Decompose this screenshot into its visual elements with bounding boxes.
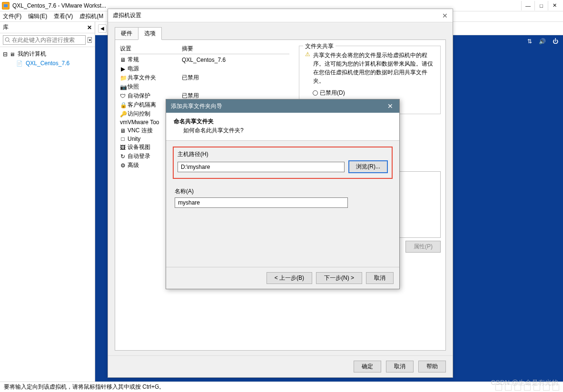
row-name: VMware Too (128, 119, 159, 126)
tree-vm-item[interactable]: QXL_Centos_7.6 (16, 59, 92, 68)
library-header: 库 ✕ (0, 22, 95, 33)
row-icon: ▶ (120, 66, 126, 72)
row-icon: 🔒 (120, 102, 126, 108)
row-summary: QXL_Centos_7.6 (182, 57, 226, 63)
row-icon: ↻ (120, 153, 126, 160)
row-icon: 📁 (120, 75, 126, 81)
wizard-close-icon[interactable]: ✕ (386, 102, 395, 110)
row-name: 常规 (128, 56, 139, 64)
library-close-icon[interactable]: ✕ (87, 24, 92, 31)
menu-vm[interactable]: 虚拟机(M (79, 12, 103, 20)
search-dropdown-icon[interactable]: ▾ (88, 37, 92, 43)
row-name: Unity (128, 136, 140, 142)
settings-list-item[interactable]: 🖥常规QXL_Centos_7.6 (120, 55, 289, 64)
row-icon: 🛡 (120, 93, 126, 99)
menu-edit[interactable]: 编辑(E) (28, 12, 47, 20)
share-warning: ⚠ 共享文件夹会将您的文件显示给虚拟机中的程序。这可能为您的计算机和数据带来风险… (305, 51, 435, 85)
row-icon: 🖼 (120, 144, 126, 151)
settings-footer: 确定 取消 帮助 (108, 355, 453, 377)
library-title: 库 (3, 23, 9, 31)
vm-icon (16, 60, 24, 67)
row-name: 客户机隔离 (128, 101, 156, 109)
host-path-label: 主机路径(H) (178, 150, 388, 158)
tab-hardware[interactable]: 硬件 (115, 27, 138, 40)
statusbar: 要将输入定向到该虚拟机，请将鼠标指针移入其中或按 Ctrl+G。 (0, 382, 563, 392)
cancel-button[interactable]: 取消 (386, 361, 414, 372)
wizard-cancel-button[interactable]: 取消 (366, 272, 394, 284)
row-summary: 已禁用 (182, 74, 199, 82)
warning-icon: ⚠ (305, 51, 310, 85)
menu-file[interactable]: 文件(F) (3, 12, 21, 20)
radio-disabled[interactable]: 已禁用(D) (313, 89, 435, 97)
row-name: 自动保护 (128, 92, 150, 100)
wizard-header: 命名共享文件夹 如何命名此共享文件夹? (166, 113, 399, 141)
col-setting: 设置 (120, 45, 182, 53)
window-title: QXL_Centos_7.6 - VMware Workst... (12, 2, 106, 9)
wizard-titlebar: 添加共享文件夹向导 ✕ (166, 99, 399, 113)
col-summary: 摘要 (182, 45, 193, 53)
wizard-title: 添加共享文件夹向导 (171, 102, 222, 110)
power-icon[interactable]: ⏻ (553, 38, 558, 45)
properties-button[interactable]: 属性(P) (405, 241, 441, 253)
tree-root[interactable]: ⊟ 我的计算机 (3, 49, 92, 59)
row-name: VNC 连接 (128, 127, 153, 135)
name-group: 名称(A) (173, 185, 393, 213)
ok-button[interactable]: 确定 (354, 361, 381, 372)
computer-icon (10, 51, 16, 58)
settings-list-item[interactable]: 📁共享文件夹已禁用 (120, 73, 289, 82)
row-name: 共享文件夹 (128, 74, 156, 82)
library-tree: ⊟ 我的计算机 QXL_Centos_7.6 (0, 47, 95, 69)
settings-list-header: 设置 摘要 (120, 45, 289, 54)
close-button[interactable]: ✕ (548, 1, 561, 10)
row-icon: ⚙ (120, 162, 126, 169)
statusbar-text: 要将输入定向到该虚拟机，请将鼠标指针移入其中或按 Ctrl+G。 (4, 383, 165, 391)
minimize-button[interactable]: — (521, 1, 534, 10)
row-icon: 📷 (120, 84, 126, 90)
settings-dialog-title: 虚拟机设置 (113, 11, 141, 20)
row-icon: 🖥 (120, 57, 126, 63)
nav-back-icon[interactable]: ◀ (98, 24, 107, 33)
row-name: 访问控制 (128, 110, 150, 118)
tree-root-label: 我的计算机 (18, 50, 46, 58)
library-search-row: ▾ (0, 33, 95, 47)
window-controls: — □ ✕ (521, 1, 561, 10)
tab-options[interactable]: 选项 (138, 27, 162, 40)
network-icon[interactable]: ⇅ (527, 38, 532, 45)
browse-button[interactable]: 浏览(R)... (348, 160, 388, 173)
row-name: 快照 (128, 83, 139, 91)
row-name: 设备视图 (128, 143, 150, 151)
settings-list-item[interactable]: ▶电源 (120, 64, 289, 73)
help-button[interactable]: 帮助 (418, 361, 446, 372)
menu-view[interactable]: 查看(V) (54, 12, 73, 20)
settings-list-item[interactable]: 📷快照 (120, 82, 289, 91)
row-name: 高级 (128, 161, 139, 169)
settings-close-icon[interactable]: ✕ (442, 12, 448, 20)
wizard-heading: 命名共享文件夹 (174, 118, 392, 126)
row-icon: □ (120, 136, 126, 142)
next-button[interactable]: 下一步(N) > (316, 272, 362, 284)
sound-icon[interactable]: 🔊 (539, 38, 546, 45)
add-share-wizard: 添加共享文件夹向导 ✕ 命名共享文件夹 如何命名此共享文件夹? 主机路径(H) … (166, 99, 400, 289)
name-input[interactable] (175, 197, 348, 208)
row-icon: vm (120, 119, 126, 126)
maximize-button[interactable]: □ (534, 1, 548, 10)
row-name: 自动登录 (128, 152, 150, 160)
share-warning-text: 共享文件夹会将您的文件显示给虚拟机中的程序。这可能为您的计算机和数据带来风险。请… (313, 51, 435, 85)
back-button[interactable]: < 上一步(B) (267, 272, 312, 284)
radio-disabled-label: 已禁用(D) (320, 89, 345, 97)
settings-dialog-titlebar: 虚拟机设置 ✕ (108, 9, 453, 22)
collapse-icon[interactable]: ⊟ (3, 51, 8, 58)
library-search-input[interactable] (3, 35, 86, 45)
host-path-group: 主机路径(H) 浏览(R)... (173, 147, 393, 179)
settings-tabs: 硬件 选项 (115, 27, 446, 40)
wizard-footer: < 上一步(B) 下一步(N) > 取消 (166, 267, 399, 289)
app-icon (2, 2, 10, 10)
row-name: 电源 (128, 65, 139, 73)
wizard-subheading: 如何命名此共享文件夹? (183, 127, 392, 135)
row-icon: 🔑 (120, 111, 126, 118)
host-path-input[interactable] (178, 162, 345, 172)
watermark: CSDN @生命是有光的 (491, 379, 558, 387)
guest-status-icons: ⇅ 🔊 ⏻ (523, 35, 563, 48)
row-icon: 🖥 (120, 127, 126, 134)
wizard-body: 主机路径(H) 浏览(R)... 名称(A) (166, 141, 399, 267)
